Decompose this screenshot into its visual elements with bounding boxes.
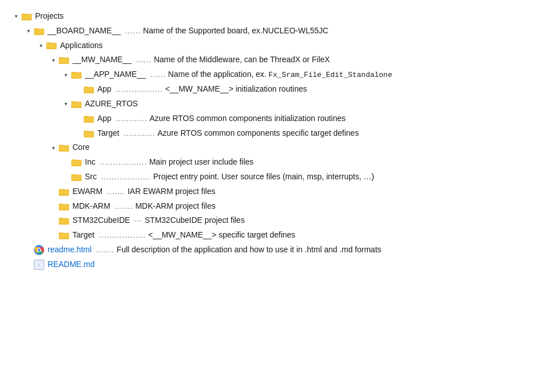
folder-icon: [71, 173, 81, 181]
node-description: <__MW_NAME__> initialization routines: [165, 83, 307, 96]
dots-separator: ............: [124, 127, 155, 140]
svg-rect-8: [46, 43, 57, 49]
node-label: __BOARD_NAME__: [48, 24, 121, 38]
folder-icon: [59, 203, 69, 210]
chevron-down-icon[interactable]: [24, 27, 33, 36]
tree-row-stm32cubeide[interactable]: STM32CubeIDE···STM32CubeIDE project file…: [11, 213, 526, 228]
tree-row-target2[interactable]: Target..................<__MW_NAME__> sp…: [11, 228, 526, 243]
node-label: __APP_NAME__: [85, 68, 145, 81]
folder-icon: [46, 41, 57, 49]
node-description: Name of the Supported board, ex.NUCLEO-W…: [143, 24, 329, 38]
tree-row-applications[interactable]: Applications: [11, 38, 526, 53]
node-label: AZURE_RTOS: [85, 97, 138, 111]
dots-separator: ..................: [116, 83, 163, 96]
dots-separator: ......: [150, 68, 166, 81]
folder-icon: [71, 100, 81, 108]
node-description: Project entry point. User source files (…: [153, 170, 375, 184]
node-label: App: [97, 83, 111, 96]
node-label: Projects: [35, 10, 64, 23]
folder-icon: [71, 158, 81, 166]
folder-icon: [84, 115, 94, 123]
node-description: Main project user include files: [149, 156, 254, 169]
node-description: Full description of the application and …: [117, 243, 381, 257]
folder-icon: [59, 144, 69, 152]
chrome-icon: [34, 245, 44, 255]
node-description: Name of the Middleware, can be ThreadX o…: [154, 53, 330, 67]
node-label: Target: [97, 127, 119, 140]
tree-row-app2[interactable]: App............Azure RTOS common compone…: [11, 111, 526, 126]
svg-rect-23: [84, 117, 94, 122]
node-description: <__MW_NAME__> specific target defines: [148, 229, 295, 242]
tree-row-readme-html[interactable]: readme.html.......Full description of th…: [11, 243, 526, 257]
tree-row-app-name[interactable]: __APP_NAME__......Name of the applicatio…: [11, 67, 526, 82]
chevron-down-icon[interactable]: [49, 143, 58, 152]
node-description: Name of the application, ex. Fx_Sram_Fil…: [168, 68, 392, 81]
tree-row-readme-md[interactable]: ↓README.md: [11, 257, 526, 272]
node-description: MDK-ARM project files: [135, 200, 216, 213]
svg-rect-5: [34, 29, 44, 35]
svg-rect-41: [59, 204, 69, 210]
dots-separator: ......: [125, 25, 141, 37]
md-file-icon: ↓: [34, 260, 44, 270]
tree-row-ewarm[interactable]: EWARM.......IAR EWARM project files: [11, 184, 526, 199]
folder-icon: [22, 12, 32, 20]
svg-rect-44: [59, 218, 69, 224]
svg-rect-17: [84, 87, 94, 93]
svg-rect-14: [71, 72, 81, 78]
tree-row-app1[interactable]: App..................<__MW_NAME__> initi…: [11, 82, 526, 97]
node-label: STM32CubeIDE: [72, 214, 130, 227]
dots-separator: .......: [115, 200, 133, 213]
tree-row-inc[interactable]: Inc..................Main project user i…: [11, 155, 526, 170]
node-label: Src: [85, 170, 97, 184]
dots-separator: ...................: [101, 171, 151, 183]
svg-rect-35: [71, 175, 81, 180]
chevron-down-icon[interactable]: [36, 41, 45, 50]
tree-row-mw-name[interactable]: __MW_NAME__......Name of the Middleware,…: [11, 53, 526, 67]
dots-separator: ..................: [100, 156, 147, 169]
chevron-down-icon[interactable]: [11, 12, 20, 21]
tree-row-board-name[interactable]: __BOARD_NAME__......Name of the Supporte…: [11, 24, 526, 38]
svg-rect-47: [59, 233, 69, 239]
tree-row-projects[interactable]: Projects: [11, 9, 526, 24]
folder-icon: [71, 71, 81, 79]
dots-separator: ......: [136, 54, 152, 66]
tree-row-azure-rtos[interactable]: AZURE_RTOS: [11, 97, 526, 111]
tree-row-mdk-arm[interactable]: MDK-ARM.......MDK-ARM project files: [11, 199, 526, 214]
dots-separator: .......: [96, 244, 114, 256]
node-label: EWARM: [72, 185, 102, 199]
chevron-down-icon[interactable]: [49, 55, 58, 64]
node-label: Inc: [85, 156, 96, 169]
node-label: Applications: [60, 39, 103, 53]
folder-icon: [34, 27, 44, 35]
folder-icon: [59, 188, 69, 196]
svg-rect-38: [59, 189, 69, 195]
file-tree: Projects __BOARD_NAME__......Name of the…: [11, 9, 526, 272]
chevron-down-icon[interactable]: [61, 100, 70, 109]
svg-rect-2: [22, 14, 32, 20]
dots-separator: .......: [107, 186, 125, 198]
chevron-down-icon[interactable]: [61, 70, 70, 79]
node-description: STM32CubeIDE project files: [145, 214, 245, 227]
folder-icon: [59, 217, 69, 225]
dots-separator: ............: [116, 113, 147, 125]
tree-row-target1[interactable]: Target............Azure RTOS common comp…: [11, 126, 526, 141]
svg-rect-11: [59, 58, 69, 63]
node-description: Azure RTOS common components initializat…: [149, 112, 346, 126]
svg-rect-32: [71, 160, 81, 166]
svg-rect-29: [59, 145, 69, 151]
node-description: Azure RTOS common components specific ta…: [157, 127, 359, 140]
dots-separator: ···: [135, 214, 143, 227]
svg-point-51: [38, 248, 41, 251]
node-description: IAR EWARM project files: [127, 185, 215, 199]
node-label: Core: [72, 141, 89, 154]
node-label: __MW_NAME__: [72, 53, 131, 67]
node-label: Target: [72, 229, 94, 242]
tree-row-core[interactable]: Core: [11, 140, 526, 155]
folder-icon: [84, 130, 94, 137]
folder-icon: [84, 85, 94, 93]
dots-separator: ..................: [99, 229, 146, 242]
node-label: MDK-ARM: [72, 200, 110, 213]
node-label: App: [97, 112, 111, 126]
folder-icon: [59, 231, 69, 239]
tree-row-src[interactable]: Src...................Project entry poin…: [11, 170, 526, 184]
